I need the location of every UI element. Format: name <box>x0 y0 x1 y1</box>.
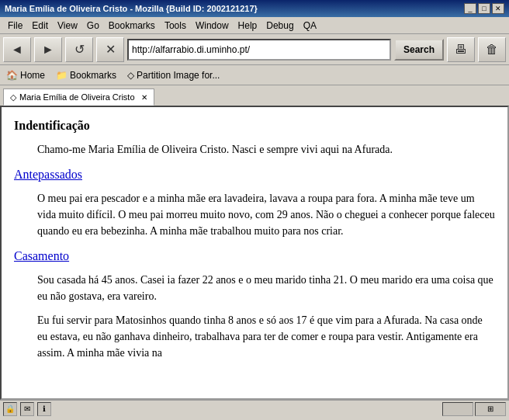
para-antepassados: O meu pai era pescador e a minha mãe era… <box>37 190 495 239</box>
menu-qa[interactable]: QA <box>299 19 321 33</box>
bookmark-home[interactable]: 🏠 Home <box>3 68 48 82</box>
folder-icon: 📁 <box>56 70 68 81</box>
para-identification: Chamo-me Maria Emília de Oliveira Cristo… <box>37 141 495 158</box>
maximize-button[interactable]: □ <box>478 3 490 14</box>
status-right: ⊞ <box>442 402 506 416</box>
bookmark-partition-label: Partition Image for... <box>137 70 220 81</box>
bookmark-bookmarks-label: Bookmarks <box>70 70 116 81</box>
menu-window[interactable]: Window <box>191 19 234 33</box>
title-bar: Maria Emília de Oliveira Cristo - Mozill… <box>0 0 509 17</box>
menu-file[interactable]: File <box>3 19 27 33</box>
status-mail-icon: ✉ <box>20 402 34 416</box>
content-wrapper: Indentificação Chamo-me Maria Emília de … <box>0 106 509 400</box>
bookmark-home-label: Home <box>20 70 45 81</box>
bookmark-bookmarks[interactable]: 📁 Bookmarks <box>53 68 119 82</box>
address-bar <box>127 39 391 61</box>
stop-button[interactable]: ✕ <box>96 37 124 62</box>
tab-main[interactable]: ◇ Maria Emília de Oliveira Cristo ✕ <box>3 89 154 106</box>
search-button[interactable]: Search <box>394 39 444 61</box>
close-button[interactable]: ✕ <box>492 3 504 14</box>
menu-view[interactable]: View <box>53 19 82 33</box>
status-panel-1 <box>442 402 473 416</box>
menu-tools[interactable]: Tools <box>160 19 191 33</box>
bookmarks-bar: 🏠 Home 📁 Bookmarks ◇ Partition Image for… <box>0 65 509 85</box>
tab-bar: ◇ Maria Emília de Oliveira Cristo ✕ <box>0 85 509 106</box>
tab-icon: ◇ <box>10 92 16 102</box>
heading-identification: Indentificação <box>14 116 495 135</box>
nav-toolbar: ◄ ► ↺ ✕ Search 🖶 🗑 <box>0 34 509 65</box>
link-casamento[interactable]: Casamento <box>14 247 495 266</box>
tab-label: Maria Emília de Oliveira Cristo <box>19 92 135 102</box>
menu-edit[interactable]: Edit <box>27 19 53 33</box>
link-antepassados[interactable]: Antepassados <box>14 165 495 184</box>
tab-close-button[interactable]: ✕ <box>141 93 147 102</box>
menu-bar: File Edit View Go Bookmarks Tools Window… <box>0 17 509 34</box>
minimize-button[interactable]: _ <box>464 3 476 14</box>
reload-button[interactable]: ↺ <box>65 37 93 62</box>
bookmark-partition[interactable]: ◇ Partition Image for... <box>124 68 223 82</box>
print-button[interactable]: 🖶 <box>447 37 475 62</box>
para-casamento-2: Eu fui servir para Matosinhos quando tin… <box>37 312 495 361</box>
back-button[interactable]: ◄ <box>3 37 31 62</box>
menu-go[interactable]: Go <box>82 19 104 33</box>
partition-icon: ◇ <box>127 70 134 81</box>
menu-debug[interactable]: Debug <box>261 19 298 33</box>
para-casamento-1: Sou casada há 45 anos. Casei ia fazer 22… <box>37 272 495 304</box>
forward-button[interactable]: ► <box>34 37 62 62</box>
status-lock-icon: 🔒 <box>3 402 17 416</box>
status-bar: 🔒 ✉ ℹ ⊞ <box>0 400 509 417</box>
home-icon: 🏠 <box>6 70 18 81</box>
window-controls: _ □ ✕ <box>464 3 504 14</box>
window-title: Maria Emília de Oliveira Cristo - Mozill… <box>5 4 258 13</box>
menu-help[interactable]: Help <box>234 19 262 33</box>
address-input[interactable] <box>132 44 386 55</box>
status-info-icon: ℹ <box>37 402 51 416</box>
trash-button[interactable]: 🗑 <box>478 37 506 62</box>
menu-bookmarks[interactable]: Bookmarks <box>104 19 160 33</box>
content-area[interactable]: Indentificação Chamo-me Maria Emília de … <box>0 106 509 400</box>
status-panel-2: ⊞ <box>475 402 506 416</box>
